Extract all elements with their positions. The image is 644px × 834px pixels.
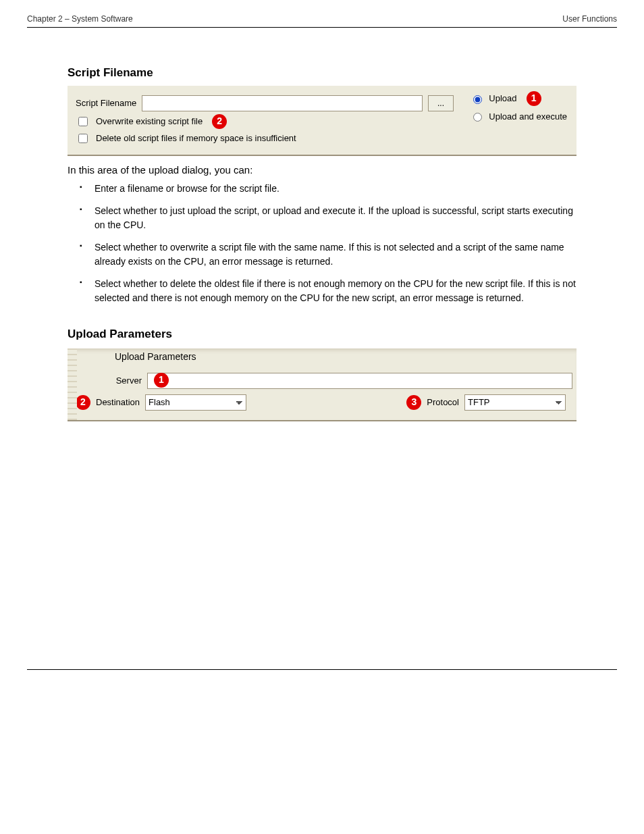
upload-radio-label: Upload — [489, 92, 516, 105]
overwrite-checkbox[interactable] — [78, 117, 88, 126]
header-left: Chapter 2 – System Software — [27, 13, 133, 25]
upload-parameters-legend: Upload Parameters — [115, 350, 196, 364]
protocol-label: Protocol — [427, 396, 459, 409]
instruction-text: In this area of the upload dialog, you c… — [68, 163, 576, 178]
callout-server-badge: 1 — [154, 373, 169, 388]
filename-label: Script Filename — [76, 97, 136, 110]
server-input[interactable] — [147, 373, 572, 389]
upload-parameters-panel: Upload Parameters Server 1 2 Destination… — [68, 348, 576, 421]
destination-select[interactable]: Flash — [145, 394, 246, 411]
section-title-2: Upload Parameters — [68, 325, 617, 343]
server-label: Server — [116, 374, 142, 388]
instruction-list: Enter a filename or browse for the scrip… — [68, 178, 576, 309]
list-item: Select whether to overwrite a script fil… — [68, 236, 576, 273]
delete-old-label: Delete old script files if memory space … — [96, 132, 296, 145]
header-right: User Functions — [562, 13, 617, 25]
overwrite-label: Overwrite existing script file — [96, 115, 203, 128]
destination-label: Destination — [96, 396, 140, 409]
protocol-select[interactable]: TFTP — [464, 394, 566, 411]
filename-input[interactable] — [142, 95, 423, 111]
panel-ridge — [68, 348, 77, 420]
callout-badge-2: 2 — [212, 114, 227, 129]
list-item: Enter a filename or browse for the scrip… — [68, 178, 576, 200]
browse-button[interactable]: ... — [428, 95, 454, 111]
list-item: Select whether to just upload the script… — [68, 200, 576, 236]
upload-execute-radio[interactable] — [473, 113, 482, 122]
script-filename-panel: Script Filename ... Overwrite existing s… — [68, 86, 576, 156]
list-item: Select whether to delete the oldest file… — [68, 273, 576, 309]
upload-radio[interactable] — [473, 95, 482, 104]
upload-execute-radio-label: Upload and execute — [489, 110, 567, 124]
delete-old-checkbox[interactable] — [78, 134, 88, 143]
section-title-1: Script Filename — [68, 64, 617, 82]
callout-badge-1: 1 — [527, 91, 541, 106]
callout-proto-badge: 3 — [406, 395, 421, 410]
callout-dest-badge: 2 — [76, 395, 90, 410]
